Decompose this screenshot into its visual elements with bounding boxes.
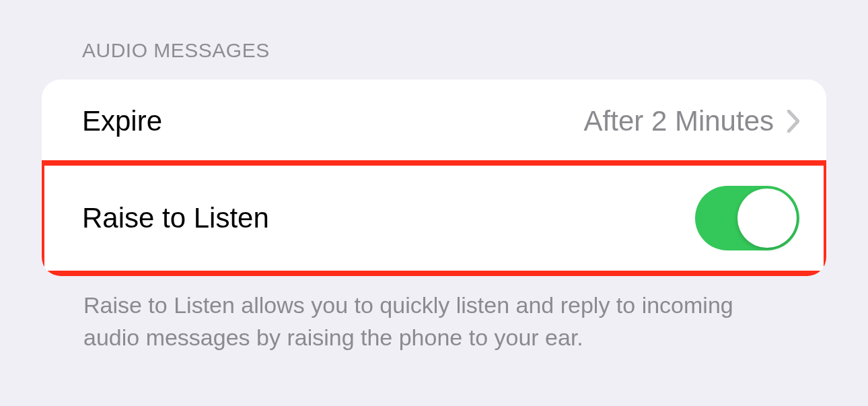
expire-value-wrap: After 2 Minutes	[584, 105, 799, 137]
expire-value: After 2 Minutes	[584, 105, 774, 137]
settings-group: Expire After 2 Minutes Raise to Listen	[42, 79, 826, 276]
toggle-knob	[737, 189, 797, 248]
section-footer: Raise to Listen allows you to quickly li…	[42, 276, 795, 353]
chevron-right-icon	[787, 110, 799, 133]
expire-row[interactable]: Expire After 2 Minutes	[42, 79, 826, 163]
section-header: AUDIO MESSAGES	[42, 39, 826, 79]
raise-to-listen-toggle[interactable]	[695, 186, 799, 250]
raise-to-listen-label: Raise to Listen	[82, 202, 269, 234]
raise-to-listen-row[interactable]: Raise to Listen	[42, 160, 826, 276]
expire-label: Expire	[82, 105, 162, 137]
audio-messages-section: AUDIO MESSAGES Expire After 2 Minutes Ra…	[0, 0, 868, 353]
